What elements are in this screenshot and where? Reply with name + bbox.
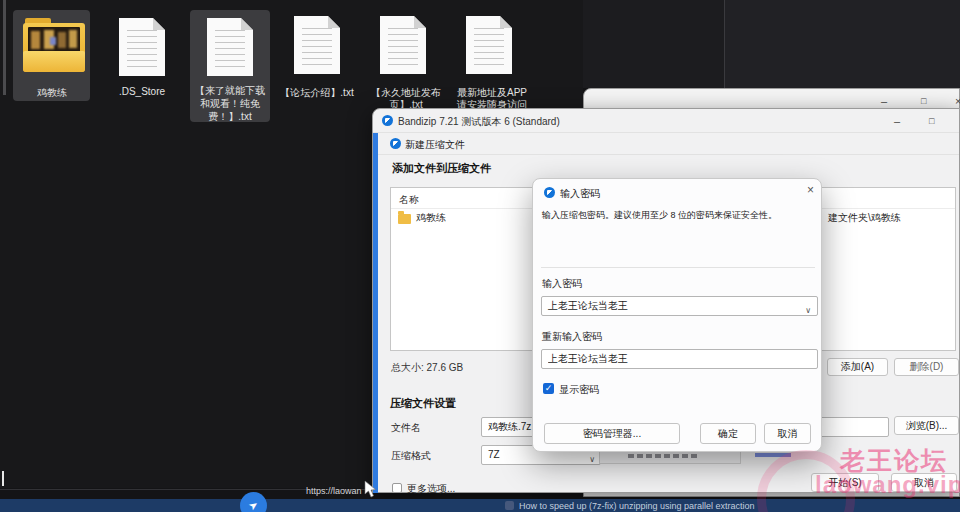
mouse-cursor-icon xyxy=(363,480,377,498)
ok-button[interactable]: 确定 xyxy=(700,423,756,444)
more-options-label: 更多选项... xyxy=(407,482,455,496)
left-edge-line xyxy=(3,0,6,95)
document-icon xyxy=(294,16,340,74)
section-add-heading: 添加文件到压缩文件 xyxy=(392,161,491,176)
total-size-label: 总大小: 27.6 GB xyxy=(391,361,463,375)
file-label: 费！】.txt xyxy=(208,110,251,124)
divider xyxy=(373,154,959,155)
text-cursor xyxy=(2,471,4,486)
folder-icon xyxy=(23,18,85,72)
status-icon xyxy=(505,501,514,510)
url-text: https://laowan xyxy=(306,486,362,496)
show-password-checkbox[interactable]: ✓ xyxy=(543,383,554,394)
chevron-down-icon: ∨ xyxy=(805,302,811,320)
archive-window-title: 新建压缩文件 xyxy=(405,138,465,152)
text-smudge xyxy=(628,454,698,458)
minimize-icon[interactable]: – xyxy=(881,96,887,106)
file-label: 和观看！纯免 xyxy=(200,97,260,111)
divider xyxy=(373,132,959,133)
file-label: 鸡教练 xyxy=(37,86,67,100)
start-button[interactable]: 开始(S) xyxy=(811,473,879,492)
top-right-panel-2 xyxy=(725,0,960,88)
document-icon xyxy=(466,16,512,74)
row-path: 建文件夹\鸡教练 xyxy=(828,211,901,225)
more-options-checkbox[interactable] xyxy=(392,483,402,493)
minimize-icon[interactable]: – xyxy=(894,116,900,126)
file-item-txt-download[interactable]: 【来了就能下载 和观看！纯免 费！】.txt xyxy=(190,10,270,122)
dialog-cancel-button[interactable]: 取消 xyxy=(764,423,811,444)
window-title: Bandizip 7.21 测试版本 6 (Standard) xyxy=(398,115,560,129)
maximize-icon[interactable]: □ xyxy=(921,96,926,106)
password-dialog: 输入密码 × 输入压缩包密码。建议使用至少 8 位的密码来保证安全性。 输入密码… xyxy=(532,178,822,452)
bandizip-icon xyxy=(382,115,393,126)
file-item-folder[interactable]: 鸡教练 xyxy=(13,10,90,101)
row-name: 鸡教练 xyxy=(416,211,446,225)
password-value: 上老王论坛当老王 xyxy=(548,300,628,311)
password-manager-button[interactable]: 密码管理器... xyxy=(544,423,680,444)
dialog-title: 输入密码 xyxy=(560,187,600,201)
pointer-button[interactable]: ➤ xyxy=(240,492,267,512)
document-icon xyxy=(119,18,165,76)
password-label: 输入密码 xyxy=(542,277,582,291)
close-icon[interactable]: × xyxy=(807,185,814,195)
folder-thumbnail xyxy=(28,27,80,52)
document-icon xyxy=(380,16,426,74)
add-button[interactable]: 添加(A) xyxy=(827,358,888,376)
confirm-password-label: 重新输入密码 xyxy=(542,330,602,344)
document-icon xyxy=(207,18,253,76)
file-label: .DS_Store xyxy=(119,86,165,97)
folder-icon xyxy=(398,214,411,224)
confirm-password-input[interactable] xyxy=(541,349,818,369)
help-link[interactable] xyxy=(755,453,791,457)
bandizip-icon xyxy=(544,187,555,198)
section-settings-heading: 压缩文件设置 xyxy=(390,396,456,411)
maximize-icon[interactable]: □ xyxy=(929,116,934,126)
filename-label: 文件名 xyxy=(391,421,421,435)
file-label: 【来了就能下载 xyxy=(195,84,265,98)
column-header-name[interactable]: 名称 xyxy=(399,193,419,207)
divider xyxy=(541,267,815,268)
password-combobox[interactable]: 上老王论坛当老王 ∨ xyxy=(541,296,818,316)
taskbar: How to speed up (7z-fix) unzipping using… xyxy=(0,499,960,512)
pointer-icon: ➤ xyxy=(246,498,261,512)
screen: 鸡教练 .DS_Store 【来了就能下载 和观看！纯免 费！】.txt 【论坛… xyxy=(0,0,960,512)
cancel-button[interactable]: 取消 xyxy=(891,473,957,492)
browse-button[interactable]: 浏览(B)... xyxy=(894,416,959,435)
file-label: 【论坛介绍】.txt xyxy=(280,86,353,100)
chevron-down-icon: ∨ xyxy=(589,451,595,469)
format-value: 7Z xyxy=(488,449,500,460)
format-label: 压缩格式 xyxy=(391,449,431,463)
dialog-message: 输入压缩包密码。建议使用至少 8 位的密码来保证安全性。 xyxy=(542,209,777,222)
show-password-label: 显示密码 xyxy=(559,383,599,397)
close-icon[interactable]: × xyxy=(955,96,960,106)
remove-button[interactable]: 删除(D) xyxy=(894,358,959,376)
bandizip-icon xyxy=(390,138,401,149)
accent-strip xyxy=(373,133,378,493)
taskbar-status-text: How to speed up (7z-fix) unzipping using… xyxy=(519,501,755,511)
